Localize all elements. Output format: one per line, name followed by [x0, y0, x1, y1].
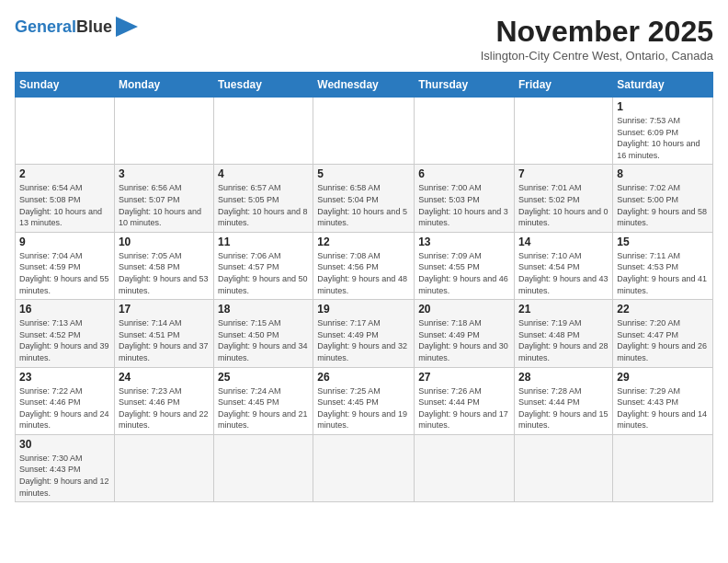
day-number: 1: [617, 100, 709, 113]
calendar-day-cell: [313, 434, 415, 501]
day-info: Sunrise: 7:53 AM Sunset: 6:09 PM Dayligh…: [617, 115, 709, 161]
day-info: Sunrise: 6:58 AM Sunset: 5:04 PM Dayligh…: [317, 182, 410, 228]
calendar-day-cell: [515, 98, 613, 165]
calendar-day-cell: 15Sunrise: 7:11 AM Sunset: 4:53 PM Dayli…: [613, 232, 713, 299]
calendar-week-row: 30Sunrise: 7:30 AM Sunset: 4:43 PM Dayli…: [16, 434, 713, 501]
day-number: 28: [518, 371, 609, 384]
day-info: Sunrise: 7:15 AM Sunset: 4:50 PM Dayligh…: [218, 317, 309, 363]
day-of-week-header: Wednesday: [313, 73, 415, 98]
calendar-day-cell: 6Sunrise: 7:00 AM Sunset: 5:03 PM Daylig…: [415, 165, 515, 232]
logo: GeneralBlue: [15, 15, 138, 40]
day-info: Sunrise: 7:06 AM Sunset: 4:57 PM Dayligh…: [218, 250, 309, 296]
calendar-day-cell: 24Sunrise: 7:23 AM Sunset: 4:46 PM Dayli…: [114, 367, 213, 434]
day-info: Sunrise: 7:17 AM Sunset: 4:49 PM Dayligh…: [317, 317, 410, 363]
calendar-day-cell: 30Sunrise: 7:30 AM Sunset: 4:43 PM Dayli…: [16, 434, 115, 501]
day-number: 4: [218, 167, 309, 180]
calendar-day-cell: [415, 434, 515, 501]
day-info: Sunrise: 6:57 AM Sunset: 5:05 PM Dayligh…: [218, 182, 309, 228]
day-number: 12: [317, 236, 410, 248]
day-number: 25: [218, 371, 309, 384]
calendar-day-cell: 25Sunrise: 7:24 AM Sunset: 4:45 PM Dayli…: [214, 367, 313, 434]
calendar-day-cell: 1Sunrise: 7:53 AM Sunset: 6:09 PM Daylig…: [613, 98, 713, 165]
day-info: Sunrise: 6:56 AM Sunset: 5:07 PM Dayligh…: [119, 182, 210, 228]
calendar-week-row: 2Sunrise: 6:54 AM Sunset: 5:08 PM Daylig…: [16, 165, 713, 232]
day-info: Sunrise: 7:00 AM Sunset: 5:03 PM Dayligh…: [418, 182, 510, 228]
day-number: 11: [218, 236, 309, 248]
calendar-day-cell: 22Sunrise: 7:20 AM Sunset: 4:47 PM Dayli…: [613, 300, 713, 367]
calendar-day-cell: 10Sunrise: 7:05 AM Sunset: 4:58 PM Dayli…: [114, 232, 213, 299]
day-number: 7: [518, 167, 609, 180]
day-number: 16: [19, 303, 110, 316]
calendar-day-cell: 12Sunrise: 7:08 AM Sunset: 4:56 PM Dayli…: [313, 232, 415, 299]
day-number: 2: [19, 167, 110, 180]
day-number: 18: [218, 303, 309, 316]
calendar-day-cell: 4Sunrise: 6:57 AM Sunset: 5:05 PM Daylig…: [214, 165, 313, 232]
calendar-day-cell: 14Sunrise: 7:10 AM Sunset: 4:54 PM Dayli…: [515, 232, 613, 299]
day-number: 24: [119, 371, 210, 384]
day-number: 9: [19, 236, 110, 248]
day-number: 8: [617, 167, 709, 180]
day-info: Sunrise: 7:05 AM Sunset: 4:58 PM Dayligh…: [119, 250, 210, 296]
day-number: 17: [119, 303, 210, 316]
calendar-day-cell: [214, 98, 313, 165]
day-of-week-header: Tuesday: [214, 73, 313, 98]
day-info: Sunrise: 7:18 AM Sunset: 4:49 PM Dayligh…: [418, 317, 510, 363]
calendar-day-cell: 23Sunrise: 7:22 AM Sunset: 4:46 PM Dayli…: [16, 367, 115, 434]
day-number: 26: [317, 371, 410, 384]
day-info: Sunrise: 7:04 AM Sunset: 4:59 PM Dayligh…: [19, 250, 110, 296]
day-info: Sunrise: 7:02 AM Sunset: 5:00 PM Dayligh…: [617, 182, 709, 228]
day-info: Sunrise: 7:14 AM Sunset: 4:51 PM Dayligh…: [119, 317, 210, 363]
day-number: 22: [617, 303, 709, 316]
title-area: November 2025 Islington-City Centre West…: [481, 15, 713, 63]
calendar-day-cell: 18Sunrise: 7:15 AM Sunset: 4:50 PM Dayli…: [214, 300, 313, 367]
calendar-day-cell: 7Sunrise: 7:01 AM Sunset: 5:02 PM Daylig…: [515, 165, 613, 232]
svg-marker-0: [116, 17, 138, 37]
day-of-week-header: Sunday: [16, 73, 115, 98]
calendar-title: November 2025: [481, 15, 713, 49]
day-info: Sunrise: 7:29 AM Sunset: 4:43 PM Dayligh…: [617, 385, 709, 431]
day-number: 15: [617, 236, 709, 248]
day-number: 5: [317, 167, 410, 180]
calendar-day-cell: 9Sunrise: 7:04 AM Sunset: 4:59 PM Daylig…: [16, 232, 115, 299]
logo-triangle-icon: [116, 17, 138, 37]
day-number: 14: [518, 236, 609, 248]
calendar-day-cell: 2Sunrise: 6:54 AM Sunset: 5:08 PM Daylig…: [16, 165, 115, 232]
day-info: Sunrise: 7:10 AM Sunset: 4:54 PM Dayligh…: [518, 250, 609, 296]
calendar-week-row: 23Sunrise: 7:22 AM Sunset: 4:46 PM Dayli…: [16, 367, 713, 434]
calendar-day-cell: 17Sunrise: 7:14 AM Sunset: 4:51 PM Dayli…: [114, 300, 213, 367]
calendar-day-cell: 3Sunrise: 6:56 AM Sunset: 5:07 PM Daylig…: [114, 165, 213, 232]
calendar-header-row: SundayMondayTuesdayWednesdayThursdayFrid…: [16, 73, 713, 98]
calendar-day-cell: [214, 434, 313, 501]
day-number: 3: [119, 167, 210, 180]
calendar-subtitle: Islington-City Centre West, Ontario, Can…: [481, 49, 713, 63]
calendar-table: SundayMondayTuesdayWednesdayThursdayFrid…: [15, 72, 713, 502]
day-number: 29: [617, 371, 709, 384]
calendar-day-cell: [515, 434, 613, 501]
day-info: Sunrise: 7:25 AM Sunset: 4:45 PM Dayligh…: [317, 385, 410, 431]
calendar-day-cell: 19Sunrise: 7:17 AM Sunset: 4:49 PM Dayli…: [313, 300, 415, 367]
calendar-day-cell: 5Sunrise: 6:58 AM Sunset: 5:04 PM Daylig…: [313, 165, 415, 232]
day-number: 20: [418, 303, 510, 316]
calendar-day-cell: [313, 98, 415, 165]
day-number: 10: [119, 236, 210, 248]
calendar-day-cell: 16Sunrise: 7:13 AM Sunset: 4:52 PM Dayli…: [16, 300, 115, 367]
calendar-week-row: 16Sunrise: 7:13 AM Sunset: 4:52 PM Dayli…: [16, 300, 713, 367]
day-of-week-header: Friday: [515, 73, 613, 98]
day-info: Sunrise: 7:30 AM Sunset: 4:43 PM Dayligh…: [19, 453, 110, 499]
day-number: 6: [418, 167, 510, 180]
calendar-day-cell: 11Sunrise: 7:06 AM Sunset: 4:57 PM Dayli…: [214, 232, 313, 299]
day-number: 21: [518, 303, 609, 316]
day-info: Sunrise: 7:26 AM Sunset: 4:44 PM Dayligh…: [418, 385, 510, 431]
calendar-day-cell: 20Sunrise: 7:18 AM Sunset: 4:49 PM Dayli…: [415, 300, 515, 367]
day-info: Sunrise: 7:01 AM Sunset: 5:02 PM Dayligh…: [518, 182, 609, 228]
day-info: Sunrise: 7:28 AM Sunset: 4:44 PM Dayligh…: [518, 385, 609, 431]
day-info: Sunrise: 7:09 AM Sunset: 4:55 PM Dayligh…: [418, 250, 510, 296]
day-info: Sunrise: 7:23 AM Sunset: 4:46 PM Dayligh…: [119, 385, 210, 431]
day-of-week-header: Monday: [114, 73, 213, 98]
day-info: Sunrise: 7:24 AM Sunset: 4:45 PM Dayligh…: [218, 385, 309, 431]
day-info: Sunrise: 7:13 AM Sunset: 4:52 PM Dayligh…: [19, 317, 110, 363]
calendar-day-cell: 28Sunrise: 7:28 AM Sunset: 4:44 PM Dayli…: [515, 367, 613, 434]
day-number: 23: [19, 371, 110, 384]
day-number: 19: [317, 303, 410, 316]
calendar-day-cell: 26Sunrise: 7:25 AM Sunset: 4:45 PM Dayli…: [313, 367, 415, 434]
